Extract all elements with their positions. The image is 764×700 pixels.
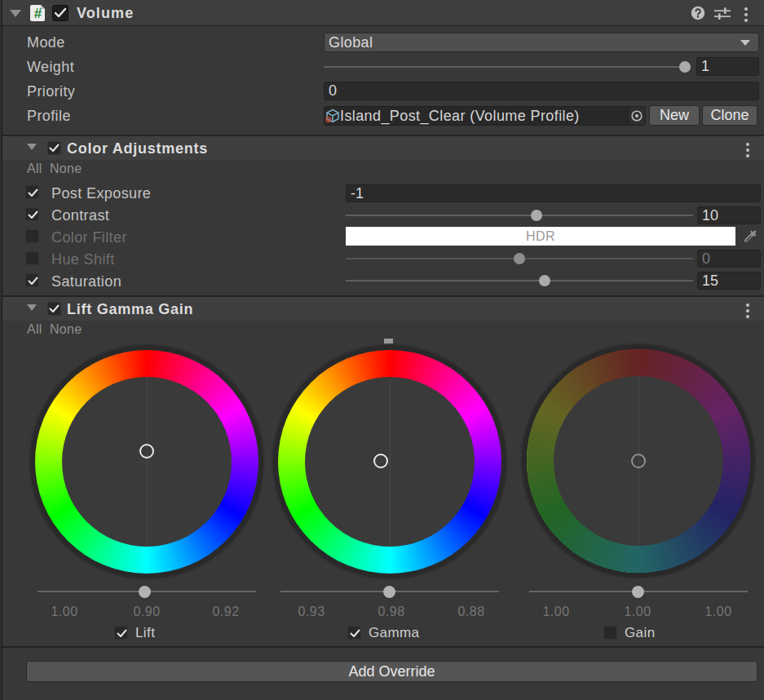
svg-text:#: # [34,6,42,21]
